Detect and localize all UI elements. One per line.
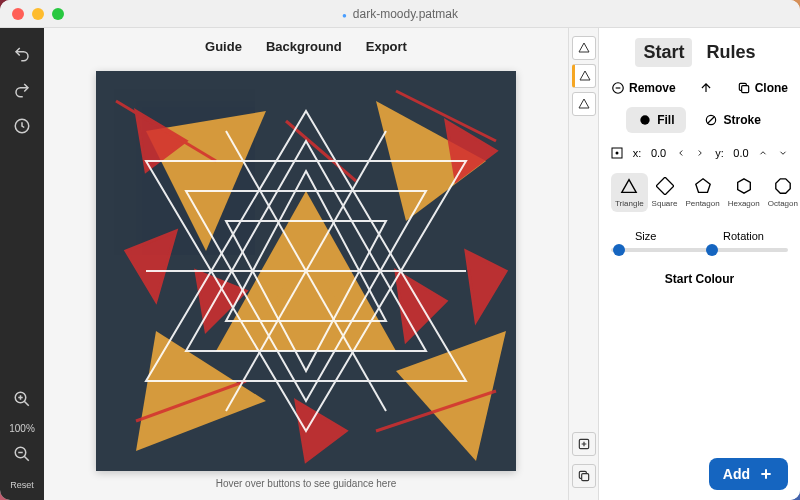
remove-label: Remove [629, 81, 676, 95]
size-thumb[interactable] [613, 244, 625, 256]
canvas-wrap [44, 64, 568, 478]
svg-point-38 [640, 115, 649, 124]
stroke-label: Stroke [723, 113, 760, 127]
inspector-tabs: Start Rules [611, 38, 788, 67]
position-row: x: 0.0 y: 0.0 [611, 147, 788, 159]
fill-stroke-segment: Fill Stroke [611, 107, 788, 133]
shape-triangle[interactable]: Triangle [611, 173, 648, 212]
move-up-button[interactable] [699, 81, 713, 95]
redo-button[interactable] [6, 74, 38, 106]
app-window: dark-moody.patmak 100% Reset [0, 0, 800, 500]
svg-rect-35 [581, 474, 588, 481]
shape-octagon-label: Octagon [768, 199, 798, 208]
remove-button[interactable]: Remove [611, 81, 676, 95]
shape-octagon[interactable]: Octagon [764, 173, 800, 212]
x-dec-icon[interactable] [676, 148, 686, 158]
top-menu: Guide Background Export [44, 28, 568, 64]
reset-button[interactable]: Reset [10, 480, 34, 490]
layer-strip [568, 28, 598, 500]
background-menu[interactable]: Background [266, 39, 342, 54]
fill-button[interactable]: Fill [626, 107, 686, 133]
tab-rules[interactable]: Rules [698, 38, 763, 67]
zoom-level: 100% [9, 423, 35, 434]
guide-menu[interactable]: Guide [205, 39, 242, 54]
left-toolbar: 100% Reset [0, 28, 44, 500]
x-inc-icon[interactable] [695, 148, 705, 158]
add-button[interactable]: Add [709, 458, 788, 490]
fill-label: Fill [657, 113, 674, 127]
titlebar: dark-moody.patmak [0, 0, 800, 28]
stroke-button[interactable]: Stroke [692, 107, 772, 133]
svg-marker-46 [737, 179, 750, 193]
guidance-hint: Hover over buttons to see guidance here [44, 478, 568, 500]
shape-hexagon-label: Hexagon [728, 199, 760, 208]
export-menu[interactable]: Export [366, 39, 407, 54]
zoom-in-button[interactable] [6, 383, 38, 415]
shape-picker: Triangle Square Pentagon Hexagon Octagon [611, 173, 788, 212]
x-label: x: [633, 147, 642, 159]
maximize-window-button[interactable] [52, 8, 64, 20]
rotation-label: Rotation [723, 230, 764, 242]
minimize-window-button[interactable] [32, 8, 44, 20]
shape-square[interactable]: Square [648, 173, 682, 212]
svg-line-40 [708, 117, 715, 124]
clone-label: Clone [755, 81, 788, 95]
size-label: Size [635, 230, 656, 242]
svg-marker-32 [580, 71, 590, 80]
y-value: 0.0 [733, 147, 748, 159]
window-title: dark-moody.patmak [342, 7, 458, 21]
tab-start[interactable]: Start [635, 38, 692, 67]
svg-rect-37 [741, 86, 748, 93]
layer-thumb-1[interactable] [572, 36, 596, 60]
shape-triangle-label: Triangle [615, 199, 644, 208]
svg-point-42 [616, 152, 619, 155]
svg-marker-47 [776, 179, 790, 193]
svg-rect-44 [656, 177, 674, 195]
y-label: y: [715, 147, 724, 159]
slider-labels: Size Rotation [611, 230, 788, 242]
clone-button[interactable]: Clone [737, 81, 788, 95]
anchor-icon[interactable] [611, 147, 623, 159]
artwork [96, 71, 516, 471]
undo-button[interactable] [6, 38, 38, 70]
close-window-button[interactable] [12, 8, 24, 20]
shape-hexagon[interactable]: Hexagon [724, 173, 764, 212]
y-dec-icon[interactable] [778, 148, 788, 158]
start-colour-label: Start Colour [611, 272, 788, 286]
add-layer-button[interactable] [572, 432, 596, 456]
layer-actions-row: Remove Clone [611, 81, 788, 95]
svg-marker-45 [695, 179, 709, 193]
zoom-out-button[interactable] [6, 438, 38, 470]
y-inc-icon[interactable] [758, 148, 768, 158]
plus-icon [758, 466, 774, 482]
pattern-canvas[interactable] [96, 71, 516, 471]
traffic-lights [12, 8, 64, 20]
size-rotation-slider[interactable] [611, 248, 788, 252]
svg-marker-33 [579, 99, 589, 108]
layer-thumb-3[interactable] [572, 92, 596, 116]
svg-marker-43 [622, 180, 636, 193]
shape-square-label: Square [652, 199, 678, 208]
inspector-panel: Start Rules Remove Clone [598, 28, 800, 500]
center-pane: Guide Background Export [44, 28, 568, 500]
shape-pentagon[interactable]: Pentagon [681, 173, 723, 212]
x-value: 0.0 [651, 147, 666, 159]
duplicate-layer-button[interactable] [572, 464, 596, 488]
add-label: Add [723, 466, 750, 482]
svg-marker-31 [579, 43, 589, 52]
rotation-thumb[interactable] [706, 244, 718, 256]
app-body: 100% Reset Guide Background Export [0, 28, 800, 500]
layer-thumb-2[interactable] [572, 64, 596, 88]
history-button[interactable] [6, 110, 38, 142]
shape-pentagon-label: Pentagon [685, 199, 719, 208]
